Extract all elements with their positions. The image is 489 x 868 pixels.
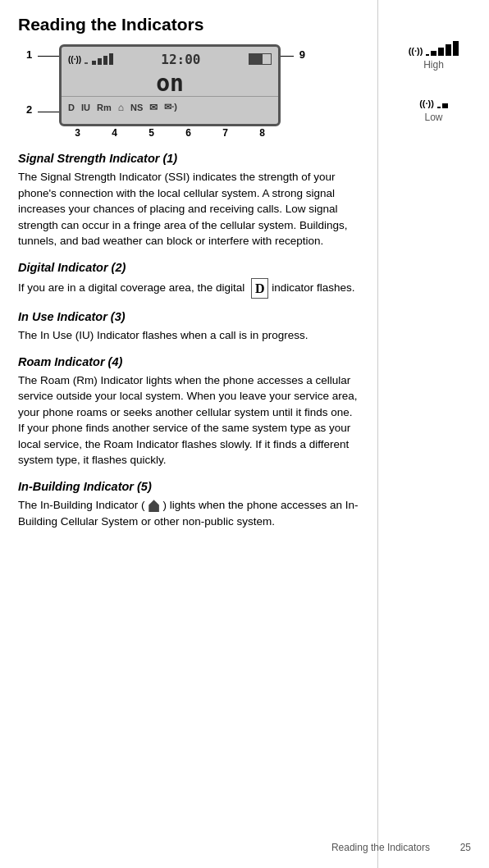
- phone-screen: ((·)) 12:00: [59, 44, 281, 126]
- num-5: 5: [149, 127, 154, 139]
- page-container: Reading the Indicators 1 2 9 ((·)): [0, 0, 489, 868]
- footer-right: 25: [460, 842, 471, 853]
- body-signal-strength: The Signal Strength Indicator (SSI) indi…: [18, 169, 361, 249]
- body-in-use: The In Use (IU) Indicator flashes when a…: [18, 327, 361, 344]
- iu-indicator: IU: [81, 103, 90, 112]
- body-roam: The Roam (Rm) Indicator lights when the …: [18, 372, 361, 468]
- speaker-icon: ✉·): [164, 102, 177, 112]
- label-1: 1: [26, 48, 32, 61]
- low-label: Low: [424, 112, 442, 123]
- dash-high-icon: [426, 43, 429, 56]
- num-8: 8: [259, 127, 265, 139]
- envelope-icon: ✉: [149, 102, 158, 113]
- bottom-labels: 3 4 5 6 7 8: [59, 127, 281, 139]
- section-roam: Roam Indicator (4) The Roam (Rm) Indicat…: [18, 355, 361, 468]
- building-filled-icon: [147, 499, 162, 512]
- building-icon: ⌂: [118, 102, 124, 113]
- phone-diagram: 1 2 9 ((·)): [26, 44, 305, 139]
- label-2: 2: [26, 103, 32, 116]
- screen-top-row: ((·)) 12:00: [62, 47, 278, 70]
- screen-bottom-row: D IU Rm ⌂ NS ✉ ✉·): [62, 96, 278, 117]
- on-text: on: [156, 70, 184, 97]
- heading-roam: Roam Indicator (4): [18, 355, 361, 368]
- num-6: 6: [185, 127, 191, 139]
- main-content: Reading the Indicators 1 2 9 ((·)): [0, 0, 377, 868]
- bar-2: [98, 58, 102, 65]
- battery-area: [249, 53, 272, 65]
- clock-display: 12:00: [161, 52, 200, 67]
- high-signal-visual: ((·)): [409, 41, 459, 56]
- bar-h3: [446, 44, 451, 56]
- bar-l1: [442, 103, 448, 108]
- dash-icon: [85, 54, 88, 64]
- heading-in-use: In Use Indicator (3): [18, 310, 361, 323]
- section-in-use: In Use Indicator (3) The In Use (IU) Ind…: [18, 310, 361, 344]
- heading-in-building: In-Building Indicator (5): [18, 480, 361, 493]
- sidebar-signal-group: ((·)) High ((·)) Low: [409, 41, 459, 123]
- low-signal-visual: ((·)): [419, 95, 448, 108]
- label-9: 9: [299, 48, 305, 61]
- section-signal-strength: Signal Strength Indicator (1) The Signal…: [18, 152, 361, 249]
- num-4: 4: [112, 127, 117, 139]
- bar-h2: [438, 48, 444, 56]
- bar-h1: [431, 51, 436, 56]
- bar-3: [103, 56, 107, 65]
- high-signal-group: ((·)) High: [409, 41, 459, 71]
- screen-main: on: [62, 70, 278, 96]
- d-letter-icon: D: [251, 278, 269, 299]
- heading-signal-strength: Signal Strength Indicator (1): [18, 152, 361, 165]
- num-7: 7: [222, 127, 228, 139]
- footer-left: Reading the Indicators: [331, 842, 430, 853]
- page-footer: Reading the Indicators 25: [331, 842, 471, 853]
- antenna-high-icon: ((·)): [409, 46, 423, 56]
- d-indicator: D: [68, 103, 75, 112]
- sidebar: ((·)) High ((·)) Low: [377, 0, 489, 868]
- high-label: High: [423, 59, 444, 71]
- antenna-low-icon: ((·)): [419, 98, 434, 108]
- dash-low-icon: [437, 95, 441, 108]
- wifi-antenna-icon: ((·)): [68, 55, 81, 64]
- rm-indicator: Rm: [97, 103, 112, 112]
- heading-digital: Digital Indicator (2): [18, 261, 361, 274]
- signal-bars: [92, 53, 113, 65]
- page-title: Reading the Indicators: [18, 15, 361, 34]
- low-signal-group: ((·)) Low: [419, 95, 448, 123]
- bar-4: [109, 53, 113, 65]
- body-digital: If you are in a digital coverage area, t…: [18, 278, 361, 299]
- section-in-building: In-Building Indicator (5) The In-Buildin…: [18, 480, 361, 529]
- bar-1: [92, 61, 96, 65]
- ns-indicator: NS: [130, 103, 143, 112]
- body-in-building: The In-Building Indicator () lights when…: [18, 497, 361, 529]
- num-3: 3: [75, 127, 80, 139]
- section-digital: Digital Indicator (2) If you are in a di…: [18, 261, 361, 299]
- bar-h4: [453, 41, 459, 56]
- signal-area: ((·)): [68, 53, 113, 65]
- battery-icon: [249, 53, 272, 65]
